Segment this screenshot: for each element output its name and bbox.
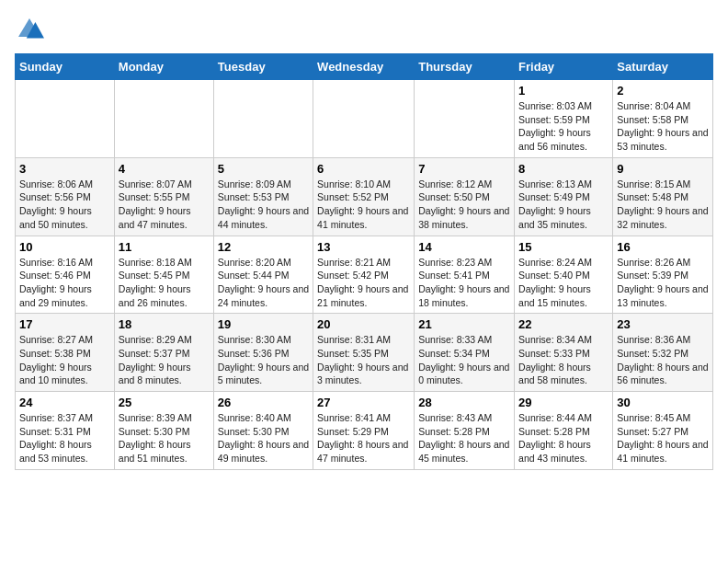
day-info: Sunrise: 8:33 AMSunset: 5:34 PMDaylight:… (418, 333, 510, 387)
calendar-cell: 9Sunrise: 8:15 AMSunset: 5:48 PMDaylight… (613, 157, 713, 236)
calendar-cell: 1Sunrise: 8:03 AMSunset: 5:59 PMDaylight… (515, 80, 613, 158)
day-number: 30 (617, 396, 709, 409)
day-number: 6 (317, 162, 410, 176)
calendar-cell: 4Sunrise: 8:07 AMSunset: 5:55 PMDaylight… (114, 157, 213, 236)
calendar-cell (114, 80, 213, 158)
calendar-cell: 6Sunrise: 8:10 AMSunset: 5:52 PMDaylight… (313, 157, 415, 236)
header-monday: Monday (114, 54, 213, 80)
calendar-row-3: 17Sunrise: 8:27 AMSunset: 5:38 PMDayligh… (16, 314, 713, 392)
calendar-cell: 18Sunrise: 8:29 AMSunset: 5:37 PMDayligh… (114, 314, 213, 392)
day-number: 8 (518, 162, 609, 176)
day-info: Sunrise: 8:41 AMSunset: 5:29 PMDaylight:… (317, 411, 410, 465)
day-info: Sunrise: 8:29 AMSunset: 5:37 PMDaylight:… (119, 333, 210, 387)
day-number: 24 (19, 396, 110, 409)
calendar-row-1: 3Sunrise: 8:06 AMSunset: 5:56 PMDaylight… (16, 157, 713, 236)
day-info: Sunrise: 8:26 AMSunset: 5:39 PMDaylight:… (617, 256, 709, 310)
day-number: 9 (617, 162, 709, 176)
day-number: 3 (19, 162, 110, 176)
day-info: Sunrise: 8:10 AMSunset: 5:52 PMDaylight:… (317, 178, 410, 232)
calendar-cell: 2Sunrise: 8:04 AMSunset: 5:58 PMDaylight… (613, 80, 713, 158)
calendar-cell: 14Sunrise: 8:23 AMSunset: 5:41 PMDayligh… (415, 236, 515, 314)
header-saturday: Saturday (613, 54, 713, 80)
day-info: Sunrise: 8:27 AMSunset: 5:38 PMDaylight:… (19, 333, 110, 387)
header-wednesday: Wednesday (313, 54, 415, 80)
day-number: 5 (218, 162, 309, 176)
calendar-cell: 8Sunrise: 8:13 AMSunset: 5:49 PMDaylight… (515, 157, 613, 236)
day-info: Sunrise: 8:34 AMSunset: 5:33 PMDaylight:… (518, 333, 609, 387)
header-tuesday: Tuesday (213, 54, 313, 80)
calendar-cell: 13Sunrise: 8:21 AMSunset: 5:42 PMDayligh… (313, 236, 415, 314)
day-info: Sunrise: 8:37 AMSunset: 5:31 PMDaylight:… (19, 411, 110, 465)
calendar-cell: 19Sunrise: 8:30 AMSunset: 5:36 PMDayligh… (213, 314, 313, 392)
day-number: 11 (119, 240, 210, 254)
day-info: Sunrise: 8:23 AMSunset: 5:41 PMDaylight:… (418, 256, 510, 310)
calendar-cell (213, 80, 313, 158)
calendar-cell: 5Sunrise: 8:09 AMSunset: 5:53 PMDaylight… (213, 157, 313, 236)
day-info: Sunrise: 8:06 AMSunset: 5:56 PMDaylight:… (19, 178, 110, 232)
calendar-cell: 12Sunrise: 8:20 AMSunset: 5:44 PMDayligh… (213, 236, 313, 314)
day-info: Sunrise: 8:30 AMSunset: 5:36 PMDaylight:… (218, 333, 309, 387)
day-info: Sunrise: 8:12 AMSunset: 5:50 PMDaylight:… (418, 178, 510, 232)
day-info: Sunrise: 8:20 AMSunset: 5:44 PMDaylight:… (218, 256, 309, 310)
day-number: 19 (218, 317, 309, 331)
day-number: 22 (518, 317, 609, 331)
day-info: Sunrise: 8:13 AMSunset: 5:49 PMDaylight:… (518, 178, 609, 232)
calendar-cell (16, 80, 115, 158)
calendar-cell: 22Sunrise: 8:34 AMSunset: 5:33 PMDayligh… (515, 314, 613, 392)
day-number: 15 (518, 240, 609, 254)
calendar-cell: 25Sunrise: 8:39 AMSunset: 5:30 PMDayligh… (114, 392, 213, 470)
day-info: Sunrise: 8:15 AMSunset: 5:48 PMDaylight:… (617, 178, 709, 232)
day-info: Sunrise: 8:43 AMSunset: 5:28 PMDaylight:… (418, 411, 510, 465)
calendar-cell: 30Sunrise: 8:45 AMSunset: 5:27 PMDayligh… (613, 392, 713, 470)
calendar-row-0: 1Sunrise: 8:03 AMSunset: 5:59 PMDaylight… (16, 80, 713, 158)
day-info: Sunrise: 8:21 AMSunset: 5:42 PMDaylight:… (317, 256, 410, 310)
day-info: Sunrise: 8:09 AMSunset: 5:53 PMDaylight:… (218, 178, 309, 232)
day-info: Sunrise: 8:24 AMSunset: 5:40 PMDaylight:… (518, 256, 609, 310)
calendar-cell: 24Sunrise: 8:37 AMSunset: 5:31 PMDayligh… (16, 392, 115, 470)
day-info: Sunrise: 8:31 AMSunset: 5:35 PMDaylight:… (317, 333, 410, 387)
calendar-cell: 7Sunrise: 8:12 AMSunset: 5:50 PMDaylight… (415, 157, 515, 236)
calendar-cell: 26Sunrise: 8:40 AMSunset: 5:30 PMDayligh… (213, 392, 313, 470)
calendar-cell: 27Sunrise: 8:41 AMSunset: 5:29 PMDayligh… (313, 392, 415, 470)
calendar-cell (415, 80, 515, 158)
calendar-cell: 16Sunrise: 8:26 AMSunset: 5:39 PMDayligh… (613, 236, 713, 314)
header-friday: Friday (515, 54, 613, 80)
day-info: Sunrise: 8:18 AMSunset: 5:45 PMDaylight:… (119, 256, 210, 310)
day-number: 2 (617, 84, 709, 98)
day-number: 29 (518, 396, 609, 409)
calendar-cell: 15Sunrise: 8:24 AMSunset: 5:40 PMDayligh… (515, 236, 613, 314)
day-number: 7 (418, 162, 510, 176)
calendar-cell: 23Sunrise: 8:36 AMSunset: 5:32 PMDayligh… (613, 314, 713, 392)
calendar-cell: 3Sunrise: 8:06 AMSunset: 5:56 PMDaylight… (16, 157, 115, 236)
day-number: 17 (19, 317, 110, 331)
day-number: 20 (317, 317, 410, 331)
day-number: 26 (218, 396, 309, 409)
header-thursday: Thursday (415, 54, 515, 80)
day-number: 10 (19, 240, 110, 254)
day-number: 16 (617, 240, 709, 254)
calendar-cell: 21Sunrise: 8:33 AMSunset: 5:34 PMDayligh… (415, 314, 515, 392)
header (15, 15, 713, 44)
logo (15, 15, 48, 44)
day-number: 23 (617, 317, 709, 331)
calendar-cell: 11Sunrise: 8:18 AMSunset: 5:45 PMDayligh… (114, 236, 213, 314)
day-number: 14 (418, 240, 510, 254)
day-number: 13 (317, 240, 410, 254)
calendar-cell: 17Sunrise: 8:27 AMSunset: 5:38 PMDayligh… (16, 314, 115, 392)
day-info: Sunrise: 8:03 AMSunset: 5:59 PMDaylight:… (518, 99, 609, 154)
day-number: 18 (119, 317, 210, 331)
day-number: 28 (418, 396, 510, 409)
calendar-cell: 29Sunrise: 8:44 AMSunset: 5:28 PMDayligh… (515, 392, 613, 470)
logo-icon (15, 15, 44, 44)
day-info: Sunrise: 8:39 AMSunset: 5:30 PMDaylight:… (119, 411, 210, 465)
calendar-cell: 28Sunrise: 8:43 AMSunset: 5:28 PMDayligh… (415, 392, 515, 470)
day-info: Sunrise: 8:07 AMSunset: 5:55 PMDaylight:… (119, 178, 210, 232)
calendar-row-2: 10Sunrise: 8:16 AMSunset: 5:46 PMDayligh… (16, 236, 713, 314)
day-number: 4 (119, 162, 210, 176)
day-info: Sunrise: 8:04 AMSunset: 5:58 PMDaylight:… (617, 99, 709, 154)
calendar-cell: 20Sunrise: 8:31 AMSunset: 5:35 PMDayligh… (313, 314, 415, 392)
calendar-row-4: 24Sunrise: 8:37 AMSunset: 5:31 PMDayligh… (16, 392, 713, 470)
calendar-cell (313, 80, 415, 158)
calendar: SundayMondayTuesdayWednesdayThursdayFrid… (15, 53, 713, 470)
day-info: Sunrise: 8:45 AMSunset: 5:27 PMDaylight:… (617, 411, 709, 465)
